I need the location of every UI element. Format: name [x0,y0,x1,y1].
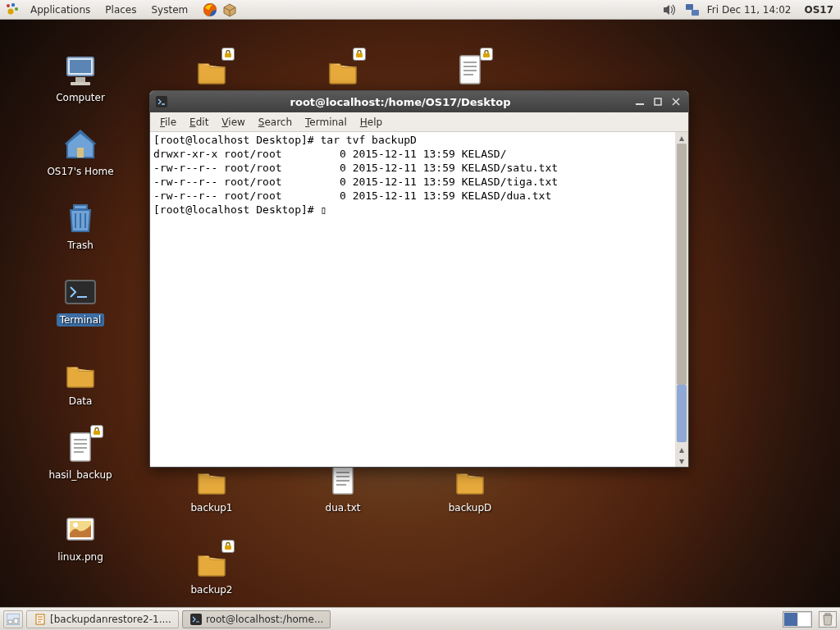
menu-file[interactable]: File [153,114,183,130]
folder-icon [61,354,100,394]
folder-icon [323,51,363,90]
icon-label: Trash [67,240,94,251]
icon-label: OS17's Home [47,166,113,177]
desktop-icon-data[interactable]: Data [41,353,120,409]
maximize-button[interactable] [651,95,665,108]
svg-rect-9 [75,77,85,82]
gnome-foot-icon [3,1,21,19]
scroll-thumb-active[interactable] [677,385,687,442]
svg-rect-22 [483,53,490,57]
desktop-icon-hasil[interactable]: hasil_backup [41,427,120,482]
svg-point-18 [73,523,78,527]
clock[interactable]: Fri Dec 11, 14:02 [707,4,792,16]
svg-rect-32 [190,614,202,625]
menu-edit[interactable]: Edit [183,114,215,130]
task-label: root@localhost:/home... [206,614,323,625]
svg-point-0 [7,4,10,7]
task-icon [189,613,203,626]
window-title: root@localhost:/home/OS17/Desktop [173,96,628,108]
svg-rect-29 [8,620,12,623]
svg-rect-12 [74,205,87,209]
svg-rect-15 [94,431,100,435]
desktop-icon-terminal[interactable]: Terminal [41,271,120,328]
desktop-icon-backupD[interactable]: backupD [431,459,509,515]
task-icon [34,613,47,626]
text-icon [61,428,100,468]
icon-label: hasil_backup [48,469,112,481]
menu-system[interactable]: System [145,2,194,18]
svg-rect-11 [77,148,84,158]
scroll-down-icon[interactable]: ▾ [677,455,687,467]
svg-rect-5 [686,4,693,10]
scroll-thumb[interactable] [677,144,687,385]
svg-rect-13 [66,281,95,304]
bottom-panel: [backupdanrestore2-1....root@localhost:/… [0,607,840,630]
svg-rect-14 [71,433,90,461]
scroll-up-icon[interactable]: ▴ [677,132,687,144]
icon-label: backupD [449,502,492,514]
folder-icon [192,543,231,582]
top-panel: Applications Places System Fri Dec 11, 1… [0,0,840,20]
taskbar-item-1[interactable]: root@localhost:/home... [182,610,331,628]
svg-rect-19 [225,53,231,57]
computer-icon [61,51,100,90]
trash-icon [61,199,100,238]
svg-rect-6 [692,10,699,16]
menu-help[interactable]: Help [354,114,389,130]
desktop-icon-dua[interactable]: dua.txt [304,459,382,515]
svg-rect-21 [460,56,480,84]
svg-rect-20 [356,53,363,57]
icon-label: linux.png [57,551,103,563]
desktop-icon-trash[interactable]: Trash [41,197,120,253]
menu-places[interactable]: Places [99,2,142,18]
desktop-icon-backup2[interactable]: backup2 [172,541,251,597]
desktop-icon-linux[interactable]: linux.png [41,509,120,564]
lock-badge-icon [221,48,235,61]
trash-applet[interactable] [819,611,837,628]
scroll-up2-icon[interactable]: ▴ [677,444,687,455]
icon-label: Computer [56,92,105,103]
scrollbar[interactable]: ▴ ▴ ▾ [675,132,688,467]
icon-label: Data [69,395,93,407]
network-icon[interactable] [684,2,701,18]
taskbar: [backupdanrestore2-1....root@localhost:/… [26,610,331,628]
firefox-icon[interactable] [202,2,218,18]
package-icon[interactable] [221,2,238,18]
minimize-button[interactable] [632,95,647,108]
menubar: FileEditViewSearchTerminalHelp [150,112,688,132]
lock-badge-icon [480,48,493,61]
svg-rect-30 [14,619,18,623]
home-icon [61,125,100,164]
svg-rect-25 [156,96,167,107]
icon-label: Terminal [57,313,105,326]
terminal-icon [61,272,100,312]
lock-badge-icon [221,540,235,553]
icon-label: dua.txt [326,502,361,514]
svg-point-3 [8,8,14,14]
folder-icon [192,51,231,90]
terminal-output[interactable]: [root@localhost Desktop]# tar tvf backup… [150,132,675,467]
lock-badge-icon [90,425,103,438]
close-button[interactable] [669,95,683,108]
show-desktop-button[interactable] [3,610,23,628]
desktop-icon-backup1[interactable]: backup1 [172,459,251,515]
menu-terminal[interactable]: Terminal [299,114,354,130]
text-icon [450,51,490,90]
workspace-switcher[interactable] [783,611,812,628]
svg-rect-33 [825,614,830,615]
icon-label: backup1 [190,502,232,514]
icon-label: backup2 [190,584,232,596]
desktop-icon-home[interactable]: OS17's Home [41,123,120,179]
taskbar-item-0[interactable]: [backupdanrestore2-1.... [26,610,179,628]
svg-rect-10 [71,82,90,85]
volume-icon[interactable] [661,2,678,18]
svg-point-1 [11,2,15,6]
menu-search[interactable]: Search [252,114,299,130]
titlebar[interactable]: root@localhost:/home/OS17/Desktop [150,91,688,112]
window-app-icon [155,95,168,108]
menu-applications[interactable]: Applications [25,2,96,18]
svg-rect-8 [70,60,91,73]
menu-view[interactable]: View [215,114,251,130]
desktop-icon-computer[interactable]: Computer [41,49,120,105]
svg-rect-24 [225,546,231,550]
